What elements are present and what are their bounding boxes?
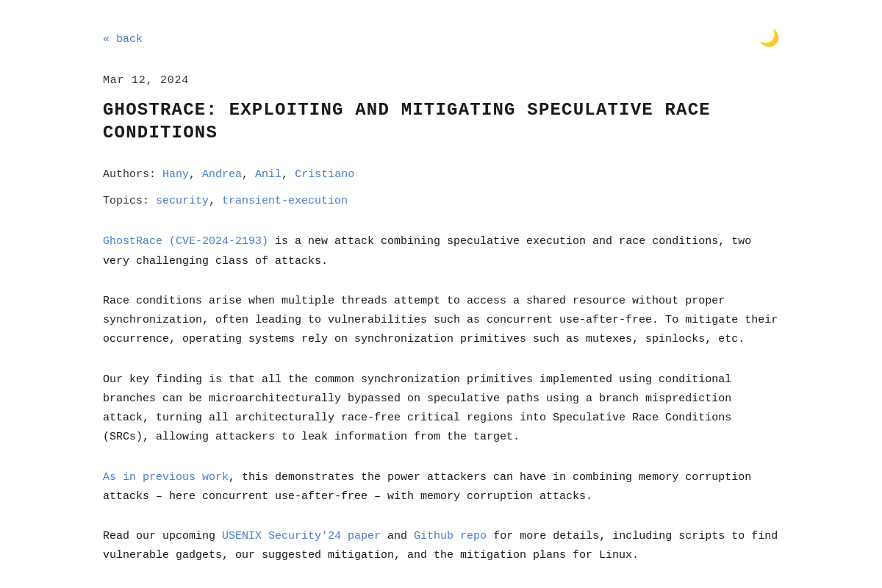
post-date: Mar 12, 2024 <box>103 72 779 90</box>
back-link[interactable]: « back <box>103 31 143 49</box>
page-container: « back 🌙 Mar 12, 2024 GHOSTRACE: EXPLOIT… <box>37 0 845 588</box>
previous-work-link[interactable]: As in previous work <box>103 471 229 484</box>
topics-line: Topics: security, transient-execution <box>103 193 779 210</box>
paragraph-2: Race conditions arise when multiple thre… <box>103 292 779 350</box>
author-anil[interactable]: Anil <box>255 168 282 181</box>
paragraph-4: As in previous work, this demonstrates t… <box>103 468 779 507</box>
usenix-paper-link[interactable]: USENIX Security'24 paper <box>222 530 381 542</box>
topics-label: Topics: <box>103 195 149 207</box>
paragraph-3: Our key finding is that all the common s… <box>103 370 779 448</box>
nav-bar: « back 🌙 <box>103 29 779 50</box>
ghostrace-link[interactable]: GhostRace (CVE-2024-2193) <box>103 235 268 248</box>
topic-transient-execution[interactable]: transient-execution <box>222 195 348 207</box>
paragraph-5-pre: Read our upcoming <box>103 530 222 542</box>
paragraph-1: GhostRace (CVE-2024-2193) is a new attac… <box>103 232 779 271</box>
author-andrea[interactable]: Andrea <box>202 168 242 181</box>
content-section: GhostRace (CVE-2024-2193) is a new attac… <box>103 232 779 588</box>
github-repo-link[interactable]: Github repo <box>414 530 487 542</box>
paragraph-5: Read our upcoming USENIX Security'24 pap… <box>103 527 779 566</box>
author-hany[interactable]: Hany <box>162 168 189 181</box>
topic-security[interactable]: security <box>156 195 209 207</box>
post-title: GHOSTRACE: EXPLOITING AND MITIGATING SPE… <box>103 98 779 144</box>
authors-line: Authors: Hany, Andrea, Anil, Cristiano <box>103 166 779 184</box>
theme-toggle-button[interactable]: 🌙 <box>759 29 779 50</box>
authors-label: Authors: <box>103 168 156 181</box>
author-cristiano[interactable]: Cristiano <box>295 168 354 181</box>
paragraph-5-mid: and <box>381 530 414 542</box>
